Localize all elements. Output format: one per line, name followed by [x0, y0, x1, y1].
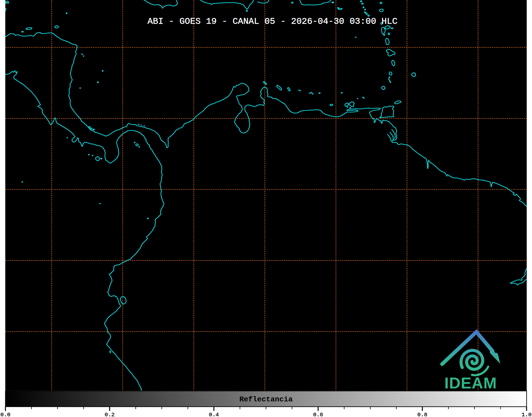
svg-text:0.6: 0.6 [313, 412, 323, 417]
svg-text:IDEAM: IDEAM [444, 374, 497, 392]
svg-text:1.0: 1.0 [522, 412, 532, 417]
svg-text:ABI - GOES 19 - CANAL 05 - 202: ABI - GOES 19 - CANAL 05 - 2026-04-30 03… [148, 16, 398, 26]
svg-text:0.8: 0.8 [417, 412, 428, 417]
svg-text:0.2: 0.2 [105, 412, 115, 417]
svg-text:0.4: 0.4 [209, 412, 219, 417]
svg-text:0.0: 0.0 [1, 412, 11, 417]
svg-text:Reflectancia: Reflectancia [239, 395, 293, 404]
